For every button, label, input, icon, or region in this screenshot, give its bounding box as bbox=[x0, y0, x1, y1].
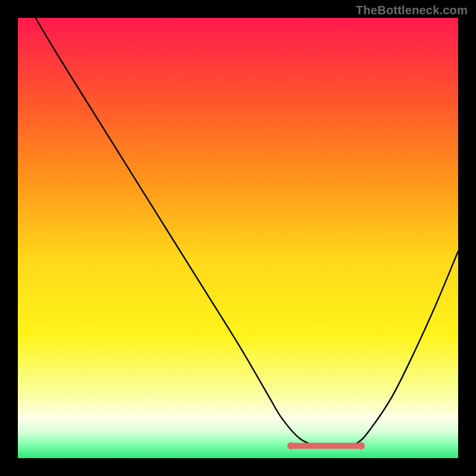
optimal-range-bar bbox=[291, 443, 361, 449]
curve-layer bbox=[18, 18, 458, 458]
chart-frame: TheBottleneck.com bbox=[0, 0, 476, 476]
optimal-range-end-dot bbox=[358, 442, 365, 449]
optimal-range-start-dot bbox=[287, 442, 295, 449]
plot-area bbox=[18, 18, 458, 458]
bottleneck-curve bbox=[36, 18, 458, 447]
attribution-label: TheBottleneck.com bbox=[356, 4, 468, 17]
optimal-range-markers bbox=[287, 442, 365, 449]
